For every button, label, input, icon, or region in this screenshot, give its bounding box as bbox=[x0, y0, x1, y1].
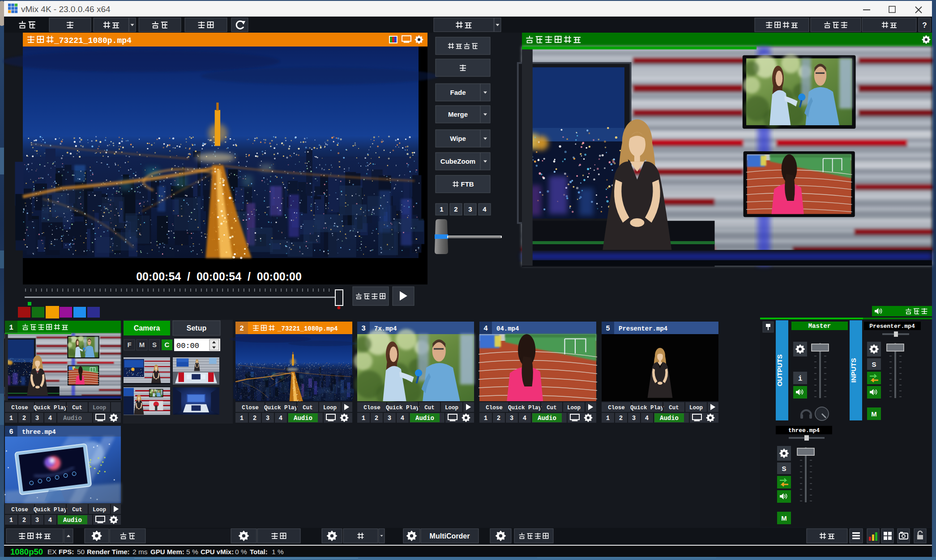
svg-text:1: 1 bbox=[9, 517, 13, 524]
svg-text:three.mp4: three.mp4 bbox=[788, 427, 820, 434]
svg-text:Audio: Audio bbox=[294, 415, 312, 422]
svg-text:00:00:54 / 00:00:54 / 00:0: 00:00:54 / 00:00:54 / 00:00:00 bbox=[136, 270, 302, 283]
svg-text:1 %: 1 % bbox=[272, 548, 284, 556]
svg-text:50: 50 bbox=[77, 548, 85, 556]
svg-text:2: 2 bbox=[22, 517, 26, 524]
svg-text:1: 1 bbox=[9, 415, 13, 422]
svg-text:3: 3 bbox=[266, 415, 269, 422]
svg-text:00:00: 00:00 bbox=[176, 342, 199, 350]
svg-text:2: 2 bbox=[239, 325, 244, 333]
svg-text:i: i bbox=[798, 375, 803, 383]
svg-text:3: 3 bbox=[388, 415, 391, 422]
svg-text:1: 1 bbox=[606, 415, 610, 422]
svg-text:Cut: Cut bbox=[72, 405, 82, 411]
svg-text:4: 4 bbox=[401, 415, 404, 422]
svg-text:1: 1 bbox=[440, 205, 443, 213]
svg-text:FTB: FTB bbox=[461, 180, 474, 188]
svg-text:Close: Close bbox=[608, 405, 625, 411]
svg-text:Quick Play: Quick Play bbox=[34, 405, 68, 411]
svg-text:_73221_1080p.mp4: _73221_1080p.mp4 bbox=[54, 36, 132, 45]
svg-text:Cut: Cut bbox=[669, 405, 679, 411]
svg-text:6: 6 bbox=[9, 428, 13, 436]
svg-text:Audio: Audio bbox=[63, 415, 82, 422]
svg-text:MultiCorder: MultiCorder bbox=[430, 532, 470, 540]
svg-text:3: 3 bbox=[361, 325, 366, 333]
svg-text:0 %: 0 % bbox=[235, 548, 247, 556]
svg-text:3: 3 bbox=[632, 415, 636, 422]
svg-text:4: 4 bbox=[48, 517, 52, 524]
svg-text:Close: Close bbox=[11, 405, 28, 411]
svg-text:3: 3 bbox=[510, 415, 513, 422]
svg-text:Close: Close bbox=[486, 405, 503, 411]
svg-text:Presenter.mp4: Presenter.mp4 bbox=[619, 325, 667, 332]
svg-text:EX: EX bbox=[47, 548, 57, 556]
svg-text:1080p50: 1080p50 bbox=[10, 547, 43, 556]
svg-text:Cut: Cut bbox=[303, 405, 313, 411]
svg-text:Total:: Total: bbox=[250, 548, 268, 556]
svg-text:?: ? bbox=[922, 21, 927, 30]
svg-text:Loop: Loop bbox=[93, 405, 106, 411]
svg-text:2 ms: 2 ms bbox=[132, 548, 148, 556]
svg-text:Cut: Cut bbox=[424, 405, 435, 411]
svg-text:Quick Play: Quick Play bbox=[264, 405, 298, 411]
svg-text:5: 5 bbox=[606, 325, 610, 333]
svg-text:Close: Close bbox=[11, 507, 28, 513]
svg-text:Cut: Cut bbox=[72, 507, 82, 513]
svg-text:Camera: Camera bbox=[134, 324, 160, 332]
svg-text:Quick Play: Quick Play bbox=[630, 405, 664, 411]
svg-text:Audio: Audio bbox=[660, 415, 679, 422]
svg-text:1: 1 bbox=[240, 415, 244, 422]
svg-text:Loop: Loop bbox=[323, 405, 337, 411]
svg-text:1: 1 bbox=[362, 415, 365, 422]
svg-text:Loop: Loop bbox=[567, 405, 581, 411]
svg-text:M: M bbox=[139, 341, 145, 348]
svg-text:Loop: Loop bbox=[93, 507, 106, 513]
svg-text:2: 2 bbox=[497, 415, 500, 422]
svg-text:3: 3 bbox=[35, 517, 39, 524]
svg-text:M: M bbox=[781, 514, 787, 522]
svg-text:4: 4 bbox=[483, 205, 487, 213]
svg-text:CubeZoom: CubeZoom bbox=[440, 157, 475, 165]
svg-text:F: F bbox=[127, 341, 131, 348]
svg-text:Merge: Merge bbox=[448, 110, 468, 118]
svg-text:three.mp4: three.mp4 bbox=[22, 428, 56, 436]
svg-text:4: 4 bbox=[48, 415, 52, 422]
svg-text:Audio: Audio bbox=[538, 415, 556, 422]
svg-text:4: 4 bbox=[645, 415, 649, 422]
svg-text:Setup: Setup bbox=[187, 324, 207, 332]
svg-text:5 %: 5 % bbox=[186, 548, 198, 556]
svg-text:3: 3 bbox=[468, 205, 472, 213]
svg-text:Loop: Loop bbox=[445, 405, 458, 411]
svg-text:_73221_1080p.mp4: _73221_1080p.mp4 bbox=[277, 325, 338, 332]
svg-text:Quick Play: Quick Play bbox=[34, 507, 68, 513]
svg-text:FPS:: FPS: bbox=[59, 548, 74, 556]
svg-text:CPU vMix:: CPU vMix: bbox=[201, 548, 234, 556]
svg-text:1: 1 bbox=[484, 415, 487, 422]
svg-text:2: 2 bbox=[454, 205, 457, 213]
svg-text:2: 2 bbox=[375, 415, 378, 422]
svg-text:INPUTS: INPUTS bbox=[850, 358, 857, 382]
svg-text:Audio: Audio bbox=[415, 415, 434, 422]
svg-text:S: S bbox=[872, 361, 876, 368]
svg-text:OUTPUTS: OUTPUTS bbox=[776, 354, 783, 386]
svg-text:4: 4 bbox=[483, 325, 488, 333]
svg-text:S: S bbox=[152, 341, 157, 348]
svg-text:Quick Play: Quick Play bbox=[386, 405, 420, 411]
svg-text:GPU Mem:: GPU Mem: bbox=[150, 548, 184, 556]
svg-text:Audio: Audio bbox=[63, 517, 82, 524]
svg-text:Presenter.mp4: Presenter.mp4 bbox=[869, 323, 915, 330]
svg-text:Render Time:: Render Time: bbox=[87, 548, 130, 556]
svg-text:S: S bbox=[782, 465, 786, 472]
svg-text:Cut: Cut bbox=[547, 405, 557, 411]
svg-text:2: 2 bbox=[22, 415, 26, 422]
svg-text:Wipe: Wipe bbox=[450, 135, 466, 142]
svg-text:1: 1 bbox=[9, 324, 13, 332]
svg-text:Quick Play: Quick Play bbox=[508, 405, 542, 411]
svg-text:Loop: Loop bbox=[689, 405, 703, 411]
svg-text:C: C bbox=[165, 341, 170, 348]
svg-text:M: M bbox=[871, 410, 877, 418]
svg-text:04.mp4: 04.mp4 bbox=[496, 325, 519, 332]
svg-text:4: 4 bbox=[523, 415, 526, 422]
svg-text:4: 4 bbox=[279, 415, 282, 422]
svg-text:Master: Master bbox=[808, 322, 831, 330]
